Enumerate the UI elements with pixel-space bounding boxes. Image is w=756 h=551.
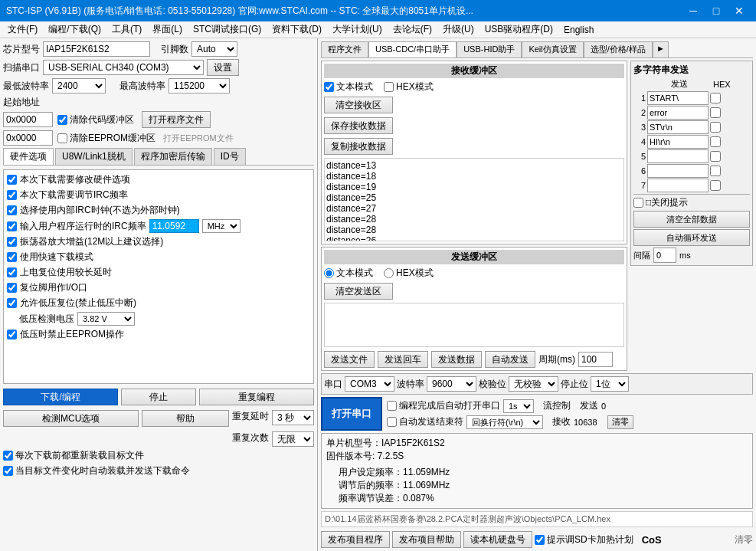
hw-tab-id[interactable]: ID号 [214,148,246,165]
hw-chk-2[interactable] [7,205,17,215]
multistr-input-1[interactable] [647,106,709,120]
multistr-input-5[interactable] [647,164,709,178]
addr2-input[interactable] [3,130,53,146]
menu-upgrade[interactable]: 升级(U) [438,21,479,38]
re-delay-select[interactable]: 3 秒 [272,410,314,425]
clear-all-button[interactable]: 清空全部数据 [633,211,750,228]
clear-code-cache-checkbox[interactable]: 清除代码缓冲区 [57,113,134,126]
tab-selection[interactable]: 选型/价格/样品 [584,41,653,57]
period-input[interactable] [578,352,613,367]
clear-send-button[interactable]: 清空发送区 [324,283,393,300]
open-prog-file-button[interactable]: 打开程序文件 [142,111,211,128]
min-baud-select[interactable]: 2400 [52,78,106,93]
hw-chk-3[interactable] [7,221,17,231]
send-file-button[interactable]: 发送文件 [324,351,375,368]
recv-text-mode-chk[interactable] [324,82,334,92]
auto-loop-button[interactable]: 自动循环发送 [633,229,750,246]
multistr-input-4[interactable] [647,149,709,163]
hw-chk-0[interactable] [7,175,17,185]
tab-usb-hid[interactable]: USB-HID助手 [457,41,522,57]
multistr-chk-1[interactable] [710,107,721,118]
multistr-chk-2[interactable] [710,122,721,133]
hw-chk-8[interactable] [7,298,17,308]
hw-chk-4[interactable] [7,237,17,247]
maximize-button[interactable]: □ [705,2,727,19]
multistr-input-2[interactable] [647,120,709,134]
hw-chk-10[interactable] [7,330,17,339]
chip-type-input[interactable] [43,41,150,57]
hw-chk-6[interactable] [7,267,17,277]
recv-hex-mode-chk[interactable] [384,82,394,92]
publish-prog-button[interactable]: 发布项目程序 [321,531,390,548]
detect-mcu-button[interactable]: 检测MCU选项 [3,410,139,427]
close-hint-chk[interactable] [633,198,643,208]
help-button[interactable]: 帮助 [142,410,229,427]
send-area[interactable] [324,303,624,347]
end-char-select[interactable]: 回换行符(\r\n) [466,415,543,429]
menu-stc-debug[interactable]: STC调试接口(G) [188,21,266,38]
auto-open-time-select[interactable]: 1s [503,399,534,413]
multistr-chk-4[interactable] [710,151,721,162]
settings-button[interactable]: 设置 [207,59,239,76]
re-program-button[interactable]: 重复编程 [199,389,314,405]
publish-help-button[interactable]: 发布项目帮助 [392,531,461,548]
pin-count-select[interactable]: Auto [191,41,237,57]
download-button[interactable]: 下载/编程 [3,389,118,405]
multistr-input-3[interactable] [647,135,709,149]
tab-keil-sim[interactable]: Keil仿真设置 [522,41,583,57]
clear-count-button[interactable]: 清零 [607,415,633,429]
minimize-button[interactable]: ─ [682,2,704,19]
send-enter-button[interactable]: 发送回车 [378,351,428,368]
multistr-chk-3[interactable] [710,136,721,147]
stop-select[interactable]: 1位 [591,376,629,392]
show-hint-chk[interactable] [535,535,545,545]
check-select[interactable]: 无校验 [509,376,558,392]
freq-input[interactable] [149,219,199,233]
read-hard-disk-button[interactable]: 读本机硬盘号 [463,531,532,548]
auto-send-button[interactable]: 自动发送 [485,351,535,368]
menu-interface[interactable]: 界面(L) [148,21,187,38]
menu-resources[interactable]: 资料下载(D) [267,21,326,38]
clear-recv-button[interactable]: 清空接收区 [324,97,393,113]
tab-arrow-right[interactable]: ► [653,41,669,57]
addr1-input[interactable] [3,112,53,127]
multistr-chk-5[interactable] [710,166,721,176]
send-hex-mode-radio[interactable] [384,268,394,278]
baud-select[interactable]: 9600 [427,376,476,392]
menu-usb-driver[interactable]: USB驱动程序(D) [480,21,558,38]
menu-file[interactable]: 文件(F) [3,21,42,38]
clear-eeprom-checkbox[interactable]: 清除EEPROM缓冲区 [57,132,155,145]
multistr-chk-6[interactable] [710,180,721,191]
hw-tab-encrypt[interactable]: 程序加密后传输 [134,148,212,165]
save-recv-button[interactable]: 保存接收数据 [324,117,393,134]
interval-input[interactable] [653,248,676,263]
voltage-select[interactable]: 3.82 V [77,312,135,326]
hw-tab-u8w[interactable]: U8W/Link1脱机 [55,148,133,165]
menu-english[interactable]: English [559,23,598,37]
tab-program-file[interactable]: 程序文件 [321,41,368,57]
port-select[interactable]: COM3 [345,376,394,392]
tab-usb-cdc[interactable]: USB-CDC/串口助手 [368,41,457,57]
multistr-chk-0[interactable] [710,93,721,103]
scan-port-select[interactable]: USB-SERIAL CH340 (COM3) [43,60,204,75]
hw-tab-options[interactable]: 硬件选项 [3,148,54,165]
re-times-select[interactable]: 无限 [272,431,314,447]
freq-unit-select[interactable]: MHz [202,219,241,233]
max-baud-select[interactable]: 115200 [169,78,230,93]
menu-program[interactable]: 编程/下载(Q) [44,21,106,38]
stop-button[interactable]: 停止 [121,389,195,405]
hw-chk-1[interactable] [7,190,17,200]
hw-chk-7[interactable] [7,283,17,293]
close-button[interactable]: ✕ [728,2,750,19]
send-data-button[interactable]: 发送数据 [431,351,482,368]
multistr-input-6[interactable] [647,179,709,192]
hw-chk-5[interactable] [7,252,17,262]
menu-forum[interactable]: 去论坛(F) [388,21,437,38]
auto-send-chk[interactable] [3,466,13,476]
open-port-button[interactable]: 打开串口 [321,397,382,431]
auto-open-chk[interactable] [387,401,397,411]
auto-end-chk[interactable] [387,417,397,427]
multistr-input-0[interactable] [647,91,709,105]
auto-reload-chk[interactable] [3,451,13,461]
copy-recv-button[interactable]: 复制接收数据 [324,138,393,155]
